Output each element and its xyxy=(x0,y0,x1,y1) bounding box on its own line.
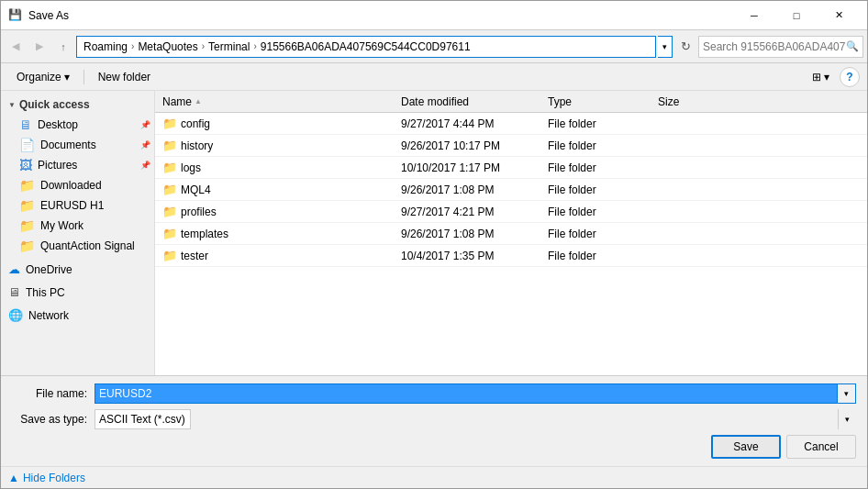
table-row[interactable]: 📁 history 9/26/2017 10:17 PM File folder xyxy=(155,135,867,157)
table-row[interactable]: 📁 MQL4 9/26/2017 1:08 PM File folder xyxy=(155,179,867,201)
view-arrow: ▾ xyxy=(824,71,829,83)
sidebar-item-network[interactable]: 🌐 Network xyxy=(1,306,154,325)
forward-button[interactable]: ▶ xyxy=(28,36,50,58)
toolbar: Organize ▾ New folder ⊞ ▾ ? xyxy=(1,63,867,91)
toolbar-separator xyxy=(83,70,84,84)
close-button[interactable]: ✕ xyxy=(818,1,860,30)
sidebar-item-quantaction-label: QuantAction Signal xyxy=(40,239,135,252)
quick-access-header[interactable]: ▼ Quick access xyxy=(1,94,154,115)
file-type-cell: File folder xyxy=(540,179,651,200)
path-item-metaquotes[interactable]: MetaQuotes xyxy=(135,39,200,54)
file-date-cell: 9/27/2017 4:44 PM xyxy=(394,113,540,134)
onedrive-section: ☁ OneDrive xyxy=(1,260,154,279)
quick-access-label: Quick access xyxy=(19,98,90,111)
table-row[interactable]: 📁 config 9/27/2017 4:44 PM File folder xyxy=(155,113,867,135)
window-title: Save As xyxy=(28,9,733,22)
new-folder-button[interactable]: New folder xyxy=(90,67,159,87)
folder-icon: 📁 xyxy=(162,117,177,130)
search-input[interactable] xyxy=(703,40,846,53)
sidebar-item-onedrive[interactable]: ☁ OneDrive xyxy=(1,260,154,279)
address-path[interactable]: Roaming › MetaQuotes › Terminal › 915566… xyxy=(76,36,656,58)
search-box[interactable]: 🔍 xyxy=(698,36,863,58)
file-type-cell: File folder xyxy=(540,245,651,266)
file-name-cell: 📁 templates xyxy=(155,223,394,244)
back-button[interactable]: ◀ xyxy=(5,36,27,58)
window-icon: 💾 xyxy=(8,8,23,23)
network-section: 🌐 Network xyxy=(1,306,154,325)
window-controls: ─ □ ✕ xyxy=(733,1,860,30)
savetype-arrow: ▾ xyxy=(838,409,856,429)
thispc-section: 🖥 This PC xyxy=(1,283,154,302)
pictures-icon: 🖼 xyxy=(19,158,32,172)
path-item-roaming[interactable]: Roaming xyxy=(81,39,130,54)
organize-label: Organize xyxy=(17,71,61,83)
action-buttons: Save Cancel xyxy=(12,435,856,459)
path-item-terminal[interactable]: Terminal xyxy=(206,39,252,54)
save-as-dialog: 💾 Save As ─ □ ✕ ◀ ▶ ↑ Roaming › MetaQuot… xyxy=(0,0,868,489)
col-date-header[interactable]: Date modified xyxy=(394,91,540,112)
hide-folders-button[interactable]: ▲ Hide Folders xyxy=(8,472,85,484)
maximize-button[interactable]: □ xyxy=(775,1,818,30)
savetype-wrapper: ASCII Text (*.csv) ▾ xyxy=(95,409,856,429)
col-size-header[interactable]: Size xyxy=(651,91,867,112)
sidebar-item-pictures[interactable]: 🖼 Pictures 📌 xyxy=(1,155,154,175)
organize-arrow: ▾ xyxy=(64,71,70,83)
mywork-icon: 📁 xyxy=(19,218,35,233)
quick-access-chevron: ▼ xyxy=(8,101,16,109)
sidebar-item-desktop[interactable]: 🖥 Desktop 📌 xyxy=(1,115,154,135)
hide-folders-label: Hide Folders xyxy=(23,472,85,484)
cancel-button[interactable]: Cancel xyxy=(786,435,856,459)
table-row[interactable]: 📁 logs 10/10/2017 1:17 PM File folder xyxy=(155,157,867,179)
file-size-cell xyxy=(651,157,867,178)
address-dropdown[interactable]: ▾ xyxy=(658,36,673,58)
hide-folders-chevron: ▲ xyxy=(8,472,19,484)
view-button[interactable]: ⊞ ▾ xyxy=(804,67,838,87)
minimize-button[interactable]: ─ xyxy=(733,1,775,30)
onedrive-icon: ☁ xyxy=(8,262,20,276)
file-size-cell xyxy=(651,179,867,200)
refresh-button[interactable]: ↻ xyxy=(674,36,696,58)
file-name-cell: 📁 logs xyxy=(155,157,394,178)
savetype-label: Save as type: xyxy=(12,413,95,426)
sidebar-item-thispc[interactable]: 🖥 This PC xyxy=(1,283,154,302)
quantaction-icon: 📁 xyxy=(19,239,35,253)
folder-icon: 📁 xyxy=(162,249,177,262)
sidebar-item-quantaction[interactable]: 📁 QuantAction Signal xyxy=(1,236,154,256)
sidebar-item-downloaded[interactable]: 📁 Downloaded xyxy=(1,175,154,195)
sidebar-item-network-label: Network xyxy=(28,309,69,322)
table-row[interactable]: 📁 tester 10/4/2017 1:35 PM File folder xyxy=(155,245,867,267)
folder-icon: 📁 xyxy=(162,161,177,174)
search-icon: 🔍 xyxy=(846,40,859,52)
file-type-cell: File folder xyxy=(540,113,651,134)
file-type-cell: File folder xyxy=(540,135,651,156)
savetype-select[interactable]: ASCII Text (*.csv) xyxy=(95,409,191,429)
sidebar-item-documents[interactable]: 📄 Documents 📌 xyxy=(1,135,154,155)
col-type-header[interactable]: Type xyxy=(540,91,651,112)
file-type-cell: File folder xyxy=(540,223,651,244)
filename-input[interactable] xyxy=(95,383,838,404)
organize-button[interactable]: Organize ▾ xyxy=(8,67,78,87)
help-button[interactable]: ? xyxy=(840,67,860,87)
filename-label: File name: xyxy=(12,387,95,400)
thispc-icon: 🖥 xyxy=(8,285,20,299)
file-size-cell xyxy=(651,245,867,266)
col-name-header[interactable]: Name ▲ xyxy=(155,91,394,112)
file-date-cell: 9/27/2017 4:21 PM xyxy=(394,201,540,222)
table-row[interactable]: 📁 profiles 9/27/2017 4:21 PM File folder xyxy=(155,201,867,223)
pin-icon-pictures: 📌 xyxy=(140,161,150,170)
file-date-cell: 10/10/2017 1:17 PM xyxy=(394,157,540,178)
folder-icon: 📁 xyxy=(162,183,177,196)
filename-dropdown[interactable]: ▾ xyxy=(838,383,856,404)
path-item-hash[interactable]: 915566BA06ADA407569C544CC0D97611 xyxy=(258,39,473,54)
sidebar-item-mywork[interactable]: 📁 My Work xyxy=(1,216,154,236)
sidebar-item-documents-label: Documents xyxy=(40,139,96,151)
sidebar-item-eurusd[interactable]: 📁 EURUSD H1 xyxy=(1,195,154,216)
folder-icon: 📁 xyxy=(162,139,177,152)
title-bar: 💾 Save As ─ □ ✕ xyxy=(1,1,867,30)
save-button[interactable]: Save xyxy=(711,435,781,459)
file-type-cell: File folder xyxy=(540,201,651,222)
savetype-row: Save as type: ASCII Text (*.csv) ▾ xyxy=(12,409,856,429)
table-row[interactable]: 📁 templates 9/26/2017 1:08 PM File folde… xyxy=(155,223,867,245)
sidebar-item-onedrive-label: OneDrive xyxy=(26,263,72,276)
up-button[interactable]: ↑ xyxy=(52,36,74,58)
